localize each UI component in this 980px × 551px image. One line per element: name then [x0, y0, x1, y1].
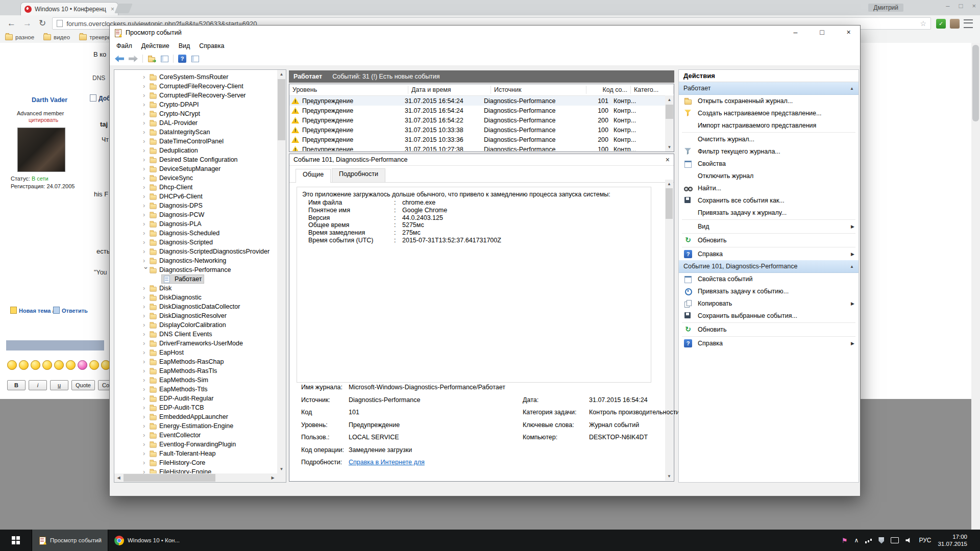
browser-scrollbar[interactable] [971, 43, 980, 530]
tree-item[interactable]: › FileHistory-Engine [114, 467, 277, 473]
menu-item[interactable]: Справка [194, 42, 229, 49]
minimize-icon[interactable]: – [784, 26, 807, 40]
editor-button-b[interactable]: B [7, 380, 26, 390]
action-item[interactable]: Привязать задачу к журналу... [679, 207, 859, 219]
tree-horizontal-scrollbar[interactable]: ◀ ▶ [114, 473, 277, 482]
chevron-right-icon[interactable]: › [143, 220, 149, 228]
chevron-right-icon[interactable]: › [143, 211, 149, 219]
scroll-up-icon[interactable]: ▲ [665, 180, 673, 188]
tree-item[interactable]: › DiskDiagnosticDataCollector [114, 302, 277, 311]
action-item[interactable]: Фильтр текущего журнала... [679, 145, 859, 158]
action-item[interactable]: Вид ▶ [679, 220, 859, 233]
chevron-right-icon[interactable]: › [143, 293, 149, 302]
tab-general[interactable]: Общие [296, 169, 331, 183]
action-item[interactable]: Найти... [679, 182, 859, 194]
event-row[interactable]: Предупреждение 31.07.2015 16:54:24 Diagn… [289, 96, 674, 106]
tree-item[interactable]: › DHCPv6-Client [114, 192, 277, 201]
action-item[interactable]: Отключить журнал [679, 170, 859, 182]
browser-maximize-icon[interactable]: □ [959, 2, 963, 10]
tree-item[interactable]: › DAL-Provider [114, 118, 277, 128]
tree-item[interactable]: › CoreSystem-SmsRouter [114, 72, 277, 82]
emoticon-icon[interactable] [7, 360, 17, 370]
tree-item[interactable]: › Diagnosis-Scripted [114, 238, 277, 247]
action-item[interactable]: Обновить [679, 234, 859, 246]
tree-item[interactable]: › CorruptedFileRecovery-Client [114, 82, 277, 91]
emoticon-icon[interactable] [78, 360, 87, 370]
browser-minimize-icon[interactable]: – [946, 2, 949, 10]
column-header[interactable]: Уровень [289, 86, 408, 94]
chevron-right-icon[interactable]: › [143, 110, 149, 118]
chevron-right-icon[interactable]: › [143, 394, 149, 403]
chevron-right-icon[interactable]: › [143, 422, 149, 430]
emoticon-icon[interactable] [66, 360, 76, 370]
tree-item[interactable]: › Diagnosis-Scheduled [114, 229, 277, 238]
export-log-icon[interactable] [148, 55, 156, 63]
column-header[interactable]: Источник [491, 86, 586, 94]
language-indicator[interactable]: РУС [919, 537, 931, 544]
chevron-right-icon[interactable]: › [143, 156, 149, 164]
tree-item[interactable]: › DriverFrameworks-UserMode [114, 339, 277, 348]
event-row[interactable]: Предупреждение 31.07.2015 10:27:38 Diagn… [289, 144, 674, 151]
tree-item[interactable]: › Diagnosis-ScriptedDiagnosticsProvider [114, 247, 277, 256]
chevron-right-icon[interactable]: › [143, 376, 149, 384]
chevron-right-icon[interactable]: › [143, 229, 149, 237]
console-tree-toggle-icon[interactable] [160, 55, 168, 63]
editor-button-u[interactable]: u [50, 380, 68, 390]
chevron-right-icon[interactable]: › [143, 312, 149, 320]
menu-item[interactable]: Действие [137, 42, 174, 49]
chevron-right-icon[interactable]: › [143, 321, 149, 329]
collapse-icon[interactable]: ▲ [850, 86, 854, 91]
back-icon[interactable]: ← [7, 16, 16, 31]
shield-icon[interactable] [878, 537, 884, 544]
tree-item[interactable]: › Dhcp-Client [114, 183, 277, 192]
tree-item[interactable]: › DiskDiagnosticResolver [114, 311, 277, 320]
scroll-up-icon[interactable]: ▲ [277, 70, 286, 79]
chevron-right-icon[interactable]: › [143, 192, 149, 201]
editor-button-quote[interactable]: Quote [71, 380, 95, 390]
tree-item[interactable]: › EapMethods-RasTls [114, 366, 277, 375]
tree-item[interactable]: › Deduplication [114, 146, 277, 155]
tree-item[interactable]: › Diagnosis-DPS [114, 201, 277, 210]
chevron-right-icon[interactable]: › [143, 303, 149, 311]
chevron-right-icon[interactable]: › [143, 358, 149, 366]
editor-button-i[interactable]: i [29, 380, 47, 390]
new-tab-button[interactable] [114, 4, 133, 13]
volume-icon[interactable] [905, 538, 912, 543]
action-item[interactable]: Сохранить все события как... [679, 194, 859, 207]
detail-scrollbar[interactable]: ▲ ▼ [665, 180, 673, 481]
tree-item[interactable]: › CorruptedFileRecovery-Server [114, 91, 277, 100]
chevron-up-icon[interactable]: ∧ [854, 537, 859, 544]
chevron-right-icon[interactable]: › [143, 459, 149, 467]
window-titlebar[interactable]: Просмотр событий – □ × [110, 26, 860, 40]
menu-item[interactable]: Файл [112, 42, 137, 49]
reload-icon[interactable]: ↻ [39, 16, 46, 31]
tab-close-icon[interactable]: × [111, 6, 114, 13]
back-icon[interactable] [115, 56, 124, 62]
tree-item[interactable]: › Fault-Tolerant-Heap [114, 449, 277, 458]
emoticon-icon[interactable] [31, 360, 40, 370]
tree-item-selected[interactable]: Работает [114, 274, 277, 284]
tree-item[interactable]: › Desired State Configuration [114, 155, 277, 164]
close-icon[interactable]: × [837, 26, 860, 40]
action-item[interactable]: Открыть сохраненный журнал... [679, 95, 859, 107]
start-button[interactable] [0, 530, 32, 551]
column-header[interactable]: Дата и время [408, 86, 491, 94]
tree-item[interactable]: › DateTimeControlPanel [114, 137, 277, 146]
tab-details[interactable]: Подробности [332, 168, 385, 182]
tree-item[interactable]: › DiskDiagnostic [114, 293, 277, 302]
action-item[interactable]: Копировать ▶ [679, 297, 859, 310]
chevron-right-icon[interactable]: › [143, 165, 149, 173]
maximize-icon[interactable]: □ [811, 26, 834, 40]
chevron-right-icon[interactable]: › [143, 238, 149, 246]
emoticon-icon[interactable] [42, 360, 52, 370]
forum-username-link[interactable]: Darth Vader [32, 96, 67, 104]
chevron-right-icon[interactable]: › [143, 174, 149, 182]
chevron-right-icon[interactable]: › [143, 449, 149, 458]
extension-icon[interactable] [950, 19, 960, 29]
chevron-right-icon[interactable]: › [143, 330, 149, 338]
collapse-icon[interactable]: ▲ [850, 264, 854, 269]
chevron-right-icon[interactable]: › [143, 91, 149, 99]
field-help-link[interactable]: Справка в Интернете для [349, 459, 425, 466]
column-header[interactable]: Катего... [631, 86, 674, 94]
chevron-right-icon[interactable]: › [143, 137, 149, 145]
